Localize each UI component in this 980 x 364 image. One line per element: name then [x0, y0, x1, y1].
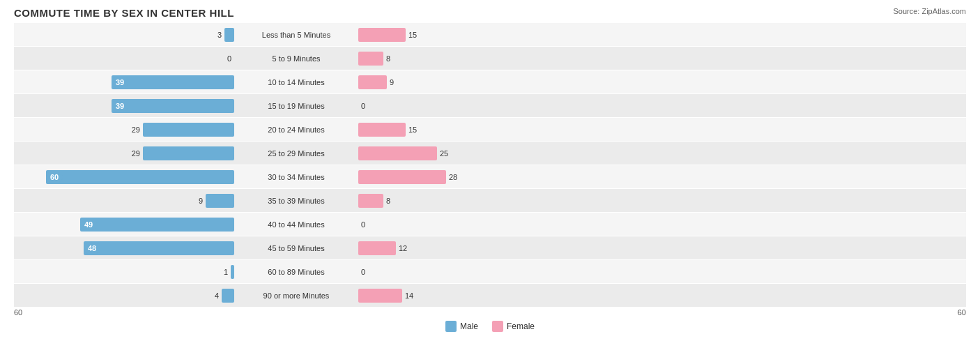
row-label: Less than 5 Minutes: [237, 31, 355, 39]
left-section: 60: [14, 165, 237, 188]
right-section: 14: [355, 284, 966, 307]
table-row: 1 60 to 89 Minutes 0: [14, 260, 966, 283]
left-section: 29: [14, 118, 237, 141]
row-label: 35 to 39 Minutes: [237, 197, 355, 205]
row-label: 90 or more Minutes: [237, 291, 355, 300]
table-row: 48 45 to 59 Minutes 12: [14, 236, 966, 259]
chart-area: 3 Less than 5 Minutes 15 0 5 to 9 Minute…: [14, 23, 966, 307]
right-section: 0: [355, 260, 966, 283]
legend-female-label: Female: [507, 321, 535, 331]
table-row: 3 Less than 5 Minutes 15: [14, 23, 966, 46]
female-value: 9: [390, 78, 394, 86]
axis-labels: 60 60: [14, 308, 966, 317]
row-label: 20 to 24 Minutes: [237, 126, 355, 134]
male-value: 4: [215, 291, 219, 300]
right-section: 25: [355, 142, 966, 165]
table-row: 29 25 to 29 Minutes 25: [14, 142, 966, 165]
table-row: 39 10 to 14 Minutes 9: [14, 70, 966, 93]
female-value: 28: [449, 173, 457, 181]
female-value: 8: [386, 197, 390, 205]
right-section: 15: [355, 118, 966, 141]
female-value: 0: [361, 268, 365, 276]
right-section: 0: [355, 94, 966, 117]
left-section: 39: [14, 70, 237, 93]
right-section: 8: [355, 47, 966, 70]
male-value: 9: [199, 197, 203, 205]
left-section: 39: [14, 94, 237, 117]
male-badge: 39: [112, 100, 128, 112]
left-section: 29: [14, 142, 237, 165]
male-value: 1: [224, 268, 228, 276]
male-badge: 48: [84, 243, 100, 254]
left-section: 0: [14, 47, 237, 70]
left-section: 4: [14, 284, 237, 307]
source-text: Source: ZipAtlas.com: [893, 7, 966, 15]
right-section: 0: [355, 213, 966, 236]
row-label: 40 to 44 Minutes: [237, 220, 355, 229]
legend-male-box: [445, 321, 457, 332]
row-label: 60 to 89 Minutes: [237, 268, 355, 276]
row-label: 15 to 19 Minutes: [237, 102, 355, 110]
legend-female: Female: [492, 321, 535, 332]
legend-female-box: [492, 321, 503, 332]
female-value: 12: [399, 244, 407, 252]
table-row: 0 5 to 9 Minutes 8: [14, 47, 966, 70]
male-value: 3: [217, 31, 222, 39]
female-value: 8: [386, 54, 390, 63]
table-row: 9 35 to 39 Minutes 8: [14, 189, 966, 212]
table-row: 39 15 to 19 Minutes 0: [14, 94, 966, 117]
row-label: 10 to 14 Minutes: [237, 78, 355, 86]
table-row: 60 30 to 34 Minutes 28: [14, 165, 966, 188]
left-section: 49: [14, 213, 237, 236]
left-section: 48: [14, 236, 237, 259]
male-value: 29: [132, 126, 140, 134]
female-value: 15: [408, 126, 417, 134]
right-section: 12: [355, 236, 966, 259]
left-section: 3: [14, 23, 237, 46]
female-value: 14: [405, 291, 413, 300]
right-section: 15: [355, 23, 966, 46]
left-section: 9: [14, 189, 237, 212]
female-value: 0: [361, 220, 365, 229]
female-value: 15: [408, 31, 417, 39]
right-section: 28: [355, 165, 966, 188]
row-label: 5 to 9 Minutes: [237, 54, 355, 63]
axis-right: 60: [958, 308, 966, 317]
row-label: 30 to 34 Minutes: [237, 173, 355, 181]
legend: Male Female: [14, 321, 966, 332]
legend-male: Male: [445, 321, 478, 332]
legend-male-label: Male: [460, 321, 478, 331]
male-badge: 39: [112, 77, 128, 88]
male-value: 0: [227, 54, 231, 63]
row-label: 25 to 29 Minutes: [237, 149, 355, 158]
table-row: 29 20 to 24 Minutes 15: [14, 118, 966, 141]
male-value: 29: [132, 149, 140, 158]
chart-container: COMMUTE TIME BY SEX IN CENTER HILL Sourc…: [0, 0, 980, 364]
male-badge: 60: [46, 172, 63, 183]
table-row: 49 40 to 44 Minutes 0: [14, 213, 966, 236]
female-value: 25: [440, 149, 448, 158]
chart-title: COMMUTE TIME BY SEX IN CENTER HILL: [14, 7, 966, 19]
male-badge: 49: [80, 219, 97, 230]
row-label: 45 to 59 Minutes: [237, 244, 355, 252]
table-row: 4 90 or more Minutes 14: [14, 284, 966, 307]
right-section: 8: [355, 189, 966, 212]
left-section: 1: [14, 260, 237, 283]
axis-left: 60: [14, 308, 22, 317]
right-section: 9: [355, 70, 966, 93]
female-value: 0: [361, 102, 365, 110]
